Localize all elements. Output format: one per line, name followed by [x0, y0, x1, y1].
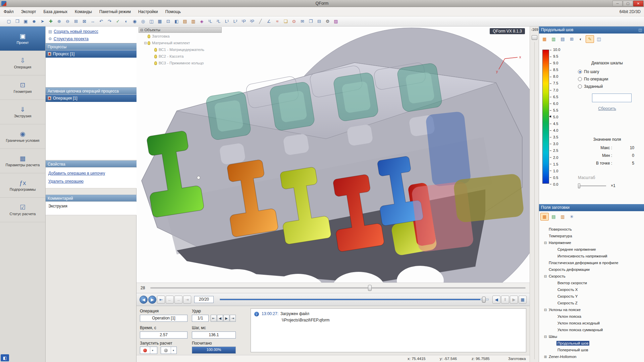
trace-line4-icon[interactable]: L² [231, 17, 239, 25]
taskbar-app-icon[interactable]: ◧ [1, 354, 9, 361]
vector-scale-slider-track[interactable] [578, 185, 606, 186]
video-icon[interactable]: ▥ [189, 17, 198, 25]
close-button[interactable]: ✕ [633, 1, 643, 6]
settings-icon[interactable]: ⚙ [323, 17, 332, 25]
field-palette-icon[interactable]: ▦ [540, 35, 549, 43]
field-bars-icon[interactable]: ▥ [549, 35, 558, 43]
prev-blow-button[interactable]: ◀ [217, 315, 223, 322]
twisty-icon[interactable]: ⊟ [143, 41, 148, 45]
next-record-button[interactable]: ▶ [148, 296, 156, 304]
bounds-icon[interactable]: ⊡ [164, 17, 172, 25]
step-forward-button[interactable]: → [174, 296, 182, 304]
billet-share-icon[interactable]: ✳ [568, 213, 576, 221]
menu-item[interactable]: Экспорт [17, 7, 40, 16]
field-edit-icon[interactable]: ✎ [586, 35, 594, 43]
trace-point1-icon[interactable]: ¹P [239, 17, 248, 25]
reset-scale-link[interactable]: Сбросить [573, 106, 642, 111]
save-icon[interactable]: ▣ [21, 17, 30, 25]
angle-icon[interactable]: ∠ [265, 17, 273, 25]
objects-tree-item[interactable]: ВС3 - Прижимное кольцо [139, 60, 222, 66]
tree-item[interactable]: ⊟ Уклоны на пояске [540, 306, 643, 313]
layout-icon[interactable]: ❐ [307, 17, 315, 25]
menu-item[interactable]: Команды [71, 7, 96, 16]
first-frame-button[interactable]: ⇤ [157, 296, 165, 304]
maximize-button[interactable]: ▢ [623, 1, 633, 6]
zoom-fit-icon[interactable]: ⊠ [80, 17, 89, 25]
menu-item[interactable]: Пакетный режим [96, 7, 135, 16]
create-process-link[interactable]: Создать новый процесс [54, 29, 98, 34]
blow-field[interactable]: 1/1 [192, 315, 209, 322]
prev-record-button[interactable]: ◀ [140, 296, 148, 304]
rotate-cw-icon[interactable]: ↷ [105, 17, 114, 25]
display-icon[interactable]: ⊟ [315, 17, 323, 25]
sidebar-item-subroutines[interactable]: ƒx Подпрограммы [0, 173, 45, 198]
objects-tree-item[interactable]: ВС1 - Матрицедержатель [139, 46, 222, 53]
shade-icon[interactable]: ◎ [139, 17, 147, 25]
pick-icon[interactable]: ✓ [114, 17, 122, 25]
process-item[interactable]: Процесс [1] [46, 50, 137, 58]
field-grid-icon[interactable]: ⊞ [568, 35, 576, 43]
tree-item[interactable]: ⊟ Скорость [540, 273, 643, 280]
sidebar-item-geometry[interactable]: ⊡ Геометрия [0, 75, 45, 100]
run-dropdown-icon[interactable]: ▼ [150, 347, 155, 354]
tree-item[interactable]: Скорость Y [540, 293, 643, 300]
menu-item[interactable]: Помощь [162, 7, 184, 16]
tree-item[interactable]: Скорость Z [540, 300, 643, 306]
objects-tree-item[interactable]: ВС2 - Кассета [139, 53, 222, 60]
tree-item[interactable]: ⊟ Напряжение [540, 239, 643, 246]
frame-slider-track[interactable] [150, 287, 526, 289]
menu-item[interactable]: Файл [0, 7, 17, 16]
twisty-icon[interactable]: ⊟ [543, 275, 548, 278]
trace-line1-icon[interactable]: ¹L [206, 17, 214, 25]
frame-counter-field[interactable]: 20/20 [194, 296, 214, 303]
panel-layout-icon[interactable]: ◫ [639, 26, 642, 34]
user-icon[interactable]: ☻ [30, 17, 38, 25]
delete-operation-link[interactable]: Удалить операцию [48, 179, 84, 184]
radio-icon[interactable] [578, 70, 582, 74]
stop-dropdown-icon[interactable]: ▼ [171, 347, 176, 354]
open-icon[interactable]: ❒ [13, 17, 21, 25]
field-columns-icon[interactable]: ◫ [595, 35, 603, 43]
last-blow-button[interactable]: ⇥ [230, 315, 236, 322]
field-table-icon[interactable]: ▤ [558, 35, 567, 43]
tree-item[interactable]: Скорость X [540, 286, 643, 293]
scale-range-input[interactable] [592, 94, 632, 102]
twisty-icon[interactable]: ⊞ [543, 355, 548, 359]
clip-plane-track[interactable] [534, 42, 535, 359]
scale-range-option[interactable]: Заданный [573, 83, 642, 90]
tree-item[interactable]: Поперечный шов [540, 347, 643, 353]
billet-surface-icon[interactable]: ▦ [540, 213, 549, 221]
select-icon[interactable]: ➤ [38, 17, 47, 25]
mirror-icon[interactable]: ◫ [147, 17, 156, 25]
stop-simulation-button[interactable]: ▼ [161, 347, 177, 354]
tree-item[interactable]: ⊞ Zener-Hollomon [540, 353, 643, 360]
graph-icon[interactable]: ≈ [273, 17, 281, 25]
timeline-slider-track[interactable] [220, 299, 489, 300]
mesh-icon[interactable]: ▦ [156, 17, 164, 25]
sidebar-item-operation[interactable]: ⇩ Операция [0, 51, 45, 75]
record-video-icon[interactable]: ⊙ [290, 17, 298, 25]
last-frame-button[interactable]: ⇥ [183, 296, 191, 304]
viewport-3d[interactable]: x y ⊟ Объекты Заготовка [137, 26, 530, 283]
collapse-icon[interactable]: ⊟ [140, 27, 143, 33]
run-simulation-button[interactable]: ▼ [140, 347, 157, 354]
clip-plane-handle[interactable] [532, 35, 537, 40]
objects-tree-item[interactable]: Заготовка [139, 33, 222, 40]
next-blow-button[interactable]: ▶ [223, 315, 229, 322]
pan-icon[interactable]: ↔ [89, 17, 97, 25]
tree-item[interactable]: Продольный шов [540, 340, 643, 347]
notes-icon[interactable]: ❏ [281, 17, 290, 25]
comment-box[interactable]: Экструзия [46, 202, 137, 215]
tree-item[interactable]: Температура [540, 233, 643, 239]
twisty-icon[interactable]: ⊟ [543, 241, 548, 245]
tree-item[interactable]: Поверхность [540, 226, 643, 233]
message-log[interactable]: i 13:00:27:Загружен файл \\Projects\Braz… [251, 308, 526, 352]
twisty-icon[interactable]: ⊟ [543, 308, 548, 312]
tree-item[interactable]: Пластическая деформация в профиле [540, 259, 643, 266]
frame-slider-handle[interactable] [368, 285, 372, 291]
crosshair-icon[interactable]: ✚ [47, 17, 55, 25]
section-icon[interactable]: ◐ [122, 17, 130, 25]
operation-item[interactable]: Операция [1] [46, 95, 137, 102]
minimize-button[interactable]: ─ [612, 1, 623, 6]
menu-item[interactable]: Настройки [135, 7, 162, 16]
